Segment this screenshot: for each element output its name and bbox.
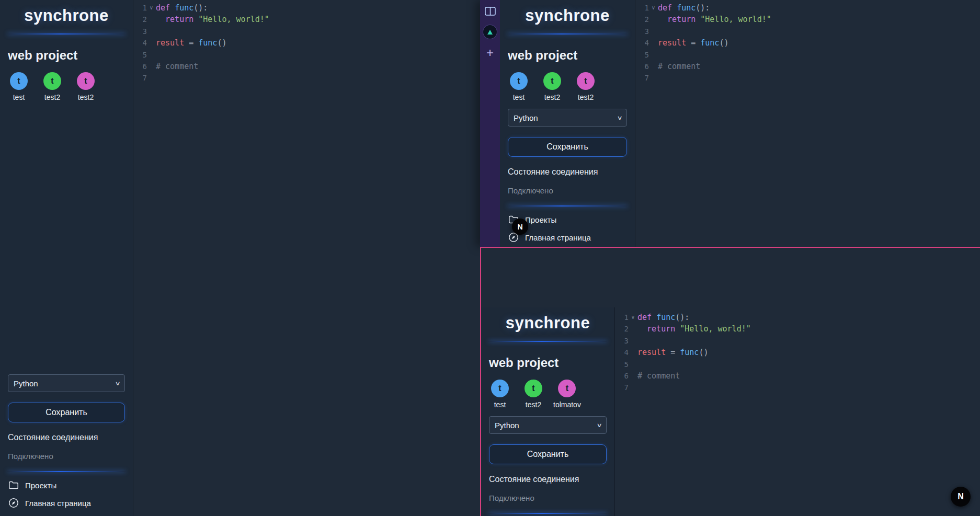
sidebar: synchrone web project t test t test2 t t… [0, 0, 133, 516]
sidebar-item-home[interactable]: Главная страница [8, 497, 125, 509]
language-select[interactable]: Python [489, 416, 607, 434]
code-line: 5 [635, 49, 980, 61]
divider [7, 471, 126, 472]
nav-label: Проекты [25, 481, 56, 490]
line-number: 3 [635, 26, 649, 37]
language-select[interactable]: Python [8, 374, 125, 392]
code-text: result = func() [637, 347, 708, 358]
line-number: 1 [615, 312, 629, 323]
split-view-button[interactable] [483, 4, 497, 18]
avatar: t [491, 380, 509, 397]
app-title: synchrone [481, 314, 614, 332]
line-number: 4 [635, 37, 649, 49]
language-select-wrap: Python ∨ [8, 374, 125, 392]
code-text: # comment [637, 370, 680, 382]
code-text: # comment [658, 61, 700, 72]
code-line: 4result = func() [615, 347, 980, 358]
member-name: test2 [578, 93, 594, 101]
deploy-button[interactable] [483, 25, 497, 39]
project-title: web project [508, 48, 627, 63]
line-number: 4 [615, 347, 629, 358]
member-chip: t test2 [72, 72, 99, 101]
avatar: t [10, 72, 28, 90]
code-line: 6# comment [615, 370, 980, 382]
member-name: test2 [44, 93, 60, 101]
code-line: 1∨def func(): [615, 312, 980, 323]
code-line: 2 return "Hello, world!" [635, 14, 980, 25]
fold-chevron-icon[interactable]: ∨ [649, 2, 658, 14]
language-select[interactable]: Python [508, 109, 627, 127]
member-name: test [494, 400, 506, 409]
nav-label: Главная страница [25, 499, 91, 508]
code-text: return "Hello, world!" [637, 323, 751, 335]
line-number: 3 [615, 335, 629, 347]
spacer [0, 101, 133, 367]
line-number: 6 [635, 61, 649, 72]
code-line: 4result = func() [635, 37, 980, 49]
code-editor[interactable]: 1∨def func():2 return "Hello, world!"34r… [635, 0, 980, 247]
avatar: t [43, 72, 61, 90]
fold-chevron-icon[interactable]: ∨ [629, 312, 637, 323]
member-name: test2 [544, 93, 560, 101]
code-text: def func(): [637, 312, 689, 323]
compass-icon [8, 497, 19, 509]
line-number: 7 [133, 72, 147, 84]
app-window-overlay: synchrone web project t test t test2 t t… [480, 247, 980, 516]
language-select-wrap: Python ∨ [489, 416, 607, 434]
member-chip: t test [486, 380, 514, 409]
user-badge[interactable]: N [512, 219, 528, 235]
connection-label: Состояние соединения [8, 433, 125, 442]
code-line: 3 [615, 335, 980, 347]
member-chip: t test2 [572, 72, 599, 101]
user-badge[interactable]: N [951, 487, 971, 507]
line-number: 5 [615, 359, 629, 370]
member-list: t test t test2 t tolmatov [486, 380, 609, 409]
avatar: t [558, 380, 576, 397]
divider [488, 341, 607, 342]
member-list: t test t test2 t test2 [505, 72, 630, 101]
code-line: 7 [635, 72, 980, 84]
code-text: return "Hello, world!" [658, 14, 771, 25]
language-select-wrap: Python ∨ [508, 109, 627, 127]
code-text: def func(): [658, 2, 710, 14]
code-editor[interactable]: 1∨def func():2 return "Hello, world!"34r… [615, 307, 980, 516]
member-chip: t tolmatov [553, 380, 581, 409]
triangle-up-icon [487, 30, 493, 35]
fold-chevron-icon[interactable]: ∨ [147, 2, 156, 14]
line-number: 2 [615, 323, 629, 335]
connection-label: Состояние соединения [489, 475, 607, 484]
member-list: t test t test2 t test2 [5, 72, 128, 101]
code-text: def func(): [156, 2, 208, 14]
sidebar: synchrone web project t test t test2 t t… [481, 307, 615, 516]
avatar: t [525, 380, 542, 397]
member-chip: t test2 [520, 380, 547, 409]
connection-status: Подключено [508, 186, 627, 195]
code-text: return "Hello, world!" [156, 14, 269, 25]
sidebar-item-projects[interactable]: Проекты [8, 479, 125, 491]
nav-label: Проекты [525, 215, 556, 224]
line-number: 4 [133, 37, 147, 49]
desktop: synchrone web project t test t test2 t t… [0, 0, 980, 516]
columns-icon [485, 7, 496, 16]
line-number: 2 [635, 14, 649, 25]
avatar: t [543, 72, 561, 90]
line-number: 7 [635, 72, 649, 84]
app-title: synchrone [500, 6, 635, 25]
line-number: 1 [635, 2, 649, 14]
member-name: test2 [526, 400, 541, 409]
member-chip: t test2 [539, 72, 566, 101]
connection-status: Подключено [489, 494, 607, 502]
sidebar-item-home[interactable]: Главная страница [508, 232, 627, 243]
line-number: 6 [615, 370, 629, 382]
code-line: 3 [635, 26, 980, 37]
divider [7, 33, 126, 35]
activity-bar: + [480, 0, 500, 247]
save-button[interactable]: Сохранить [8, 403, 125, 422]
connection-label: Состояние соединения [508, 167, 627, 177]
code-line: 2 return "Hello, world!" [615, 323, 980, 335]
app-window-secondary: + synchrone web project t test t test2 t… [480, 0, 980, 247]
code-line: 7 [615, 382, 980, 393]
save-button[interactable]: Сохранить [508, 137, 627, 157]
add-button[interactable]: + [483, 46, 497, 60]
save-button[interactable]: Сохранить [489, 444, 607, 464]
